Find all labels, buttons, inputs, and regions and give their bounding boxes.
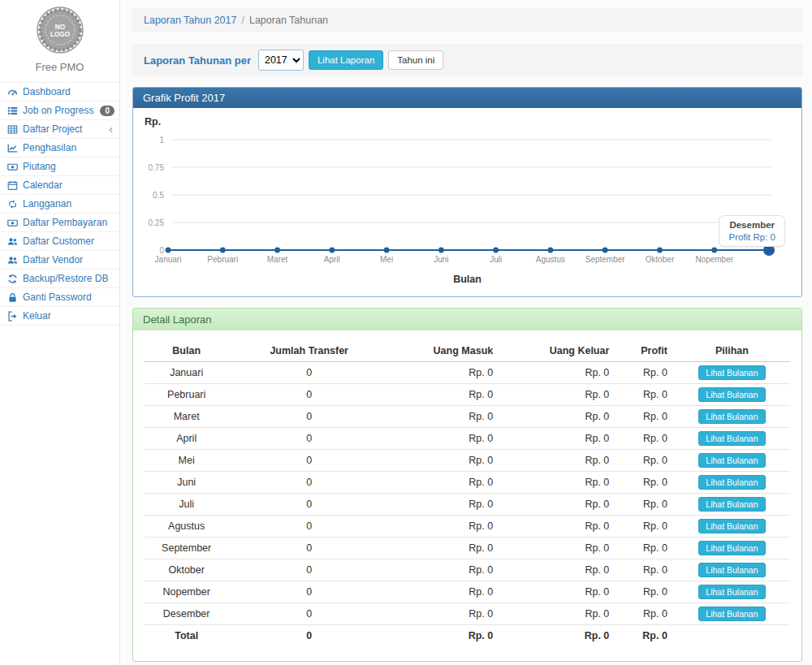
sidebar-item-penghasilan[interactable]: Penghasilan xyxy=(0,139,119,158)
cell-profit: Rp. 0 xyxy=(615,450,674,472)
total-label: Total xyxy=(145,625,228,647)
sidebar-item-ganti-password[interactable]: Ganti Password xyxy=(0,288,119,307)
cell-month: Desember xyxy=(145,603,228,625)
cell-profit: Rp. 0 xyxy=(615,384,674,406)
table-row: Pebruari 0 Rp. 0 Rp. 0 Rp. 0 Lihat Bulan… xyxy=(145,384,790,406)
breadcrumb-current: Laporan Tahunan xyxy=(249,15,328,26)
detail-table-header-row: Bulan Jumlah Transfer Uang Masuk Uang Ke… xyxy=(145,340,790,362)
cell-masuk: Rp. 0 xyxy=(390,559,499,581)
cell-keluar: Rp. 0 xyxy=(499,494,615,516)
svg-text:0: 0 xyxy=(159,246,164,255)
sidebar-item-daftar-vendor[interactable]: Daftar Vendor xyxy=(0,251,119,270)
cell-month: Maret xyxy=(145,406,228,428)
lihat-bulanan-button[interactable]: Lihat Bulanan xyxy=(698,431,765,446)
lihat-bulanan-button[interactable]: Lihat Bulanan xyxy=(698,519,765,533)
cell-profit: Rp. 0 xyxy=(615,538,674,559)
svg-text:April: April xyxy=(324,255,340,264)
sidebar-item-calendar[interactable]: Calendar xyxy=(0,176,119,195)
cell-masuk: Rp. 0 xyxy=(390,581,499,603)
cell-transfer: 0 xyxy=(228,538,390,559)
cell-masuk: Rp. 0 xyxy=(390,516,499,538)
breadcrumb-separator: / xyxy=(241,15,244,26)
sidebar-item-piutang[interactable]: Piutang xyxy=(0,158,119,176)
report-toolbar-label: Laporan Tahunan per xyxy=(144,54,251,67)
sidebar-item-dashboard[interactable]: Dashboard xyxy=(0,83,119,101)
lihat-bulanan-button[interactable]: Lihat Bulanan xyxy=(698,607,765,621)
cell-month: Oktober xyxy=(145,559,228,581)
year-select[interactable]: 2017 xyxy=(258,50,304,71)
sidebar-item-keluar[interactable]: Keluar xyxy=(0,307,119,326)
svg-text:Juni: Juni xyxy=(434,255,448,264)
svg-text:0.75: 0.75 xyxy=(149,163,165,172)
lihat-bulanan-button[interactable]: Lihat Bulanan xyxy=(698,541,765,555)
lihat-bulanan-button[interactable]: Lihat Bulanan xyxy=(698,497,765,512)
cell-profit: Rp. 0 xyxy=(615,559,674,581)
cell-month: Juli xyxy=(145,494,228,516)
col-header-bulan: Bulan xyxy=(145,340,228,362)
profit-chart: Rp. 00.250.50.751JanuariPebruariMaretApr… xyxy=(133,108,801,296)
sidebar-item-daftar-customer[interactable]: Daftar Customer xyxy=(0,232,119,251)
lihat-bulanan-button[interactable]: Lihat Bulanan xyxy=(698,409,765,424)
sidebar: NO LOGO Free PMO Dashboard Job on Progre… xyxy=(0,0,120,665)
total-masuk: Rp. 0 xyxy=(390,625,499,647)
cell-profit: Rp. 0 xyxy=(615,603,674,625)
lihat-bulanan-button[interactable]: Lihat Bulanan xyxy=(698,585,765,599)
table-row: Desember 0 Rp. 0 Rp. 0 Rp. 0 Lihat Bulan… xyxy=(145,603,790,625)
lihat-bulanan-button[interactable]: Lihat Bulanan xyxy=(698,563,765,577)
money-icon xyxy=(6,218,18,228)
table-row: Nopember 0 Rp. 0 Rp. 0 Rp. 0 Lihat Bulan… xyxy=(145,581,790,603)
cell-month: April xyxy=(145,428,228,450)
y-axis-label: Rp. xyxy=(145,116,790,127)
chevron-left-icon: ‹ xyxy=(109,125,114,133)
total-row: Total 0 Rp. 0 Rp. 0 Rp. 0 xyxy=(145,625,790,647)
sidebar-item-label: Backup/Restore DB xyxy=(23,273,108,284)
sidebar-item-daftar-project[interactable]: Daftar Project ‹ xyxy=(0,120,119,139)
brand-name: Free PMO xyxy=(0,61,119,73)
cell-masuk: Rp. 0 xyxy=(390,494,499,516)
cell-transfer: 0 xyxy=(228,516,390,538)
sidebar-item-label: Dashboard xyxy=(23,86,71,97)
svg-text:1: 1 xyxy=(159,136,164,145)
profit-chart-svg: 00.250.50.751JanuariPebruariMaretAprilMe… xyxy=(145,129,790,269)
cell-keluar: Rp. 0 xyxy=(499,603,615,625)
cell-keluar: Rp. 0 xyxy=(499,472,615,494)
svg-text:Pebruari: Pebruari xyxy=(207,255,238,264)
total-keluar: Rp. 0 xyxy=(499,625,615,647)
cell-transfer: 0 xyxy=(228,450,390,472)
lihat-bulanan-button[interactable]: Lihat Bulanan xyxy=(698,387,765,402)
tasks-icon xyxy=(6,106,18,116)
cell-masuk: Rp. 0 xyxy=(390,384,499,406)
sidebar-item-label: Ganti Password xyxy=(23,291,92,303)
svg-text:Mei: Mei xyxy=(380,255,393,264)
lihat-bulanan-button[interactable]: Lihat Bulanan xyxy=(698,475,765,490)
svg-text:September: September xyxy=(585,255,626,264)
sidebar-item-label: Daftar Vendor xyxy=(23,254,83,266)
cell-transfer: 0 xyxy=(228,384,390,406)
lihat-laporan-button[interactable]: Lihat Laporan xyxy=(309,50,383,70)
cell-transfer: 0 xyxy=(228,559,390,581)
table-row: Agustus 0 Rp. 0 Rp. 0 Rp. 0 Lihat Bulana… xyxy=(145,516,790,538)
breadcrumb-link[interactable]: Laporan Tahun 2017 xyxy=(144,15,236,26)
users-icon xyxy=(6,255,18,266)
dashboard-icon xyxy=(6,87,18,97)
sidebar-item-langganan[interactable]: Langganan xyxy=(0,195,119,214)
lihat-bulanan-button[interactable]: Lihat Bulanan xyxy=(698,453,765,468)
sidebar-item-daftar-pembayaran[interactable]: Daftar Pembayaran xyxy=(0,214,119,232)
sidebar-item-label: Langganan xyxy=(23,198,71,209)
logo-line2: LOGO xyxy=(50,31,70,38)
cell-masuk: Rp. 0 xyxy=(390,538,499,559)
cell-transfer: 0 xyxy=(228,428,390,450)
sidebar-item-backup-restore-db[interactable]: Backup/Restore DB xyxy=(0,270,119,288)
cell-keluar: Rp. 0 xyxy=(499,538,615,559)
chart-panel: Grafik Profit 2017 Rp. 00.250.50.751Janu… xyxy=(132,87,802,297)
breadcrumb: Laporan Tahun 2017/Laporan Tahunan xyxy=(132,8,802,32)
no-logo-badge: NO LOGO xyxy=(37,6,84,54)
brand-link[interactable]: NO LOGO Free PMO xyxy=(0,0,119,75)
sidebar-item-label: Daftar Customer xyxy=(23,235,94,247)
tahun-ini-button[interactable]: Tahun ini xyxy=(388,50,443,70)
cell-profit: Rp. 0 xyxy=(615,472,674,494)
sidebar-item-label: Daftar Pembayaran xyxy=(23,217,107,228)
lihat-bulanan-button[interactable]: Lihat Bulanan xyxy=(698,365,765,380)
sidebar-item-job-on-progress[interactable]: Job on Progress 0 xyxy=(0,101,119,120)
cell-masuk: Rp. 0 xyxy=(390,450,499,472)
